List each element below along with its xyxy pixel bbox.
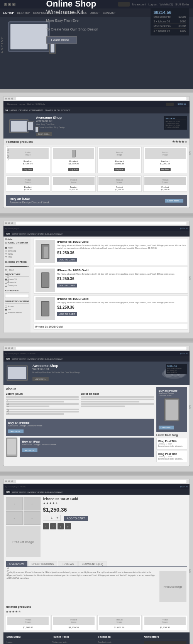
product-rating: ★ ★ ★ ★ ★ bbox=[43, 502, 187, 505]
divider-3 bbox=[0, 338, 193, 341]
mini-logo: GR bbox=[5, 109, 8, 112]
buy-btn-4[interactable]: Buy Now bbox=[160, 168, 171, 171]
twitter-post-1[interactable]: Twitter post text... bbox=[52, 641, 95, 643]
promo2-btn[interactable]: Learn more... bbox=[22, 448, 37, 452]
product-tabs: OVERVIEW SPECIFICATIONS REVIEWS COMMENTS… bbox=[6, 561, 187, 567]
share-twitter[interactable]: t bbox=[50, 523, 56, 529]
divider-1 bbox=[0, 89, 193, 92]
samsung-check[interactable] bbox=[5, 250, 7, 252]
newsletter-input[interactable] bbox=[144, 641, 187, 644]
grid-img-2[interactable]: + bbox=[24, 497, 41, 510]
nav-desktop[interactable]: DESKTOP bbox=[17, 12, 30, 14]
promo-cta[interactable]: Learn more... bbox=[165, 199, 183, 203]
os-ios[interactable]: iOS bbox=[5, 308, 29, 311]
fb-post-1[interactable]: Facebook post... bbox=[98, 641, 141, 643]
google-icon[interactable]: g bbox=[12, 3, 15, 6]
related-img-label-4: ProductImage bbox=[162, 619, 168, 623]
grid-img-3[interactable]: + bbox=[6, 511, 23, 525]
min-5[interactable] bbox=[8, 480, 10, 482]
related-rating: ★ ★ ★ ★ ★ bbox=[6, 610, 21, 614]
browser-max[interactable] bbox=[11, 98, 13, 100]
hero-cta-button[interactable]: Learn more... bbox=[46, 36, 77, 44]
url-3[interactable] bbox=[16, 222, 186, 225]
add-cart-1[interactable]: ADD TO CART bbox=[57, 258, 77, 262]
nav-laptop[interactable]: LAPTOP bbox=[3, 12, 14, 14]
tablet-screen bbox=[10, 24, 47, 49]
close-5[interactable] bbox=[5, 480, 7, 482]
mini-nav-components[interactable]: COMPONENTS bbox=[29, 109, 43, 112]
brand-htc[interactable]: HTC bbox=[5, 255, 29, 259]
sidebar-promo-btn[interactable]: Learn more... bbox=[159, 426, 174, 429]
ios-check[interactable] bbox=[5, 309, 7, 311]
mini-nav-blog[interactable]: BLOG bbox=[54, 109, 60, 112]
nokia-check[interactable] bbox=[5, 253, 7, 255]
brand-samsung[interactable]: Samsung bbox=[5, 249, 29, 252]
buy-btn-1[interactable]: Buy Now bbox=[22, 168, 33, 171]
buy-btn-3[interactable]: Buy Now bbox=[114, 168, 125, 171]
tab-reviews[interactable]: REVIEWS bbox=[58, 561, 77, 566]
android-check[interactable] bbox=[5, 306, 7, 308]
mini-nav-desktop[interactable]: DESKTOP bbox=[19, 109, 28, 112]
close-4[interactable] bbox=[5, 347, 7, 349]
tab-comments[interactable]: COMMENTS (12) bbox=[78, 561, 107, 566]
grid-img-4[interactable]: + bbox=[24, 511, 41, 525]
footer-col-twitter: Twitter Posts Twitter post text... Twitt… bbox=[52, 636, 95, 644]
browser-url[interactable] bbox=[16, 97, 186, 100]
browser-close[interactable] bbox=[5, 98, 7, 100]
close-dot-3[interactable] bbox=[5, 222, 7, 224]
grid-img-1[interactable]: + bbox=[6, 497, 23, 510]
brand-apple[interactable]: Apple bbox=[5, 246, 29, 249]
max-dot-3[interactable] bbox=[11, 222, 13, 224]
qty-increase[interactable]: + bbox=[55, 515, 60, 521]
min-4[interactable] bbox=[8, 347, 10, 349]
keywords-input[interactable] bbox=[5, 294, 29, 298]
htc-check[interactable] bbox=[5, 256, 7, 258]
add-cart-2[interactable]: ADD TO CART bbox=[57, 284, 77, 287]
apple-check[interactable] bbox=[5, 247, 7, 249]
wishlist-link[interactable]: Wish list(1) bbox=[160, 3, 173, 6]
min-dot-3[interactable] bbox=[8, 222, 10, 224]
tab-specifications[interactable]: SPECIFICATIONS bbox=[28, 561, 58, 566]
brand-nokia[interactable]: Nokia bbox=[5, 252, 29, 255]
hero-desc-1: More Easy Than Ever bbox=[46, 18, 98, 23]
promo1-btn[interactable]: Learn more... bbox=[8, 429, 24, 433]
mini-search[interactable] bbox=[166, 103, 174, 106]
product-list-price-1: $1,250.36 bbox=[57, 251, 186, 255]
mini-nav-laptop[interactable]: LAPTOP bbox=[10, 109, 17, 112]
twitter-icon[interactable]: t bbox=[8, 3, 11, 6]
cms-hero-btn[interactable]: Learn more... bbox=[32, 377, 49, 381]
logout-link[interactable]: Log out bbox=[148, 3, 157, 6]
add-cart-3[interactable]: ADD TO CART bbox=[57, 312, 77, 316]
currency-selector[interactable]: $ US Dollar bbox=[175, 3, 189, 6]
text-line-r5 bbox=[81, 406, 125, 407]
blog-1-title[interactable]: Blog Post Title bbox=[158, 440, 185, 443]
latest-blog: Latest from Blog Blog Post Title January… bbox=[156, 434, 187, 462]
share-google[interactable]: g bbox=[58, 523, 64, 529]
share-facebook[interactable]: f bbox=[43, 523, 49, 529]
os-windows[interactable]: Windows Phone bbox=[5, 311, 29, 314]
hero-title: Online Shop bbox=[46, 0, 98, 9]
section-2-overview: LAPTOP DK My account | Log out | Wish li… bbox=[0, 92, 193, 213]
list-info-2: iPhone 5s 16GB Gold The highly advanced … bbox=[57, 269, 186, 292]
footer-link-laptop[interactable]: Laptop bbox=[7, 641, 49, 643]
buy-btn-2[interactable]: Buy Now bbox=[68, 168, 79, 171]
mini-nav-contact[interactable]: CONTACT bbox=[61, 109, 71, 112]
nav-contact[interactable]: CONTACT bbox=[103, 12, 115, 14]
mini-nav-brands[interactable]: BRANDS bbox=[45, 109, 53, 112]
browser-min[interactable] bbox=[8, 98, 10, 100]
url-4[interactable] bbox=[16, 347, 186, 350]
qty-decrease[interactable]: - bbox=[43, 515, 49, 521]
blog-2-title[interactable]: Blog Post Title bbox=[158, 453, 185, 455]
search-box[interactable] bbox=[118, 2, 130, 7]
my-account-link[interactable]: My account bbox=[132, 3, 146, 6]
facebook-icon[interactable]: f bbox=[4, 3, 7, 6]
price-slider[interactable] bbox=[5, 266, 29, 267]
blog-2-excerpt: Lorem ipsum dolor sit amet... bbox=[158, 458, 185, 460]
url-5[interactable] bbox=[16, 480, 186, 483]
windows-check[interactable] bbox=[5, 312, 7, 314]
max-5[interactable] bbox=[11, 480, 13, 482]
os-android[interactable]: Android bbox=[5, 305, 29, 308]
max-4[interactable] bbox=[11, 347, 13, 349]
add-to-cart-button[interactable]: ADD TO CART bbox=[64, 516, 88, 521]
share-pinterest[interactable]: p bbox=[65, 523, 71, 529]
